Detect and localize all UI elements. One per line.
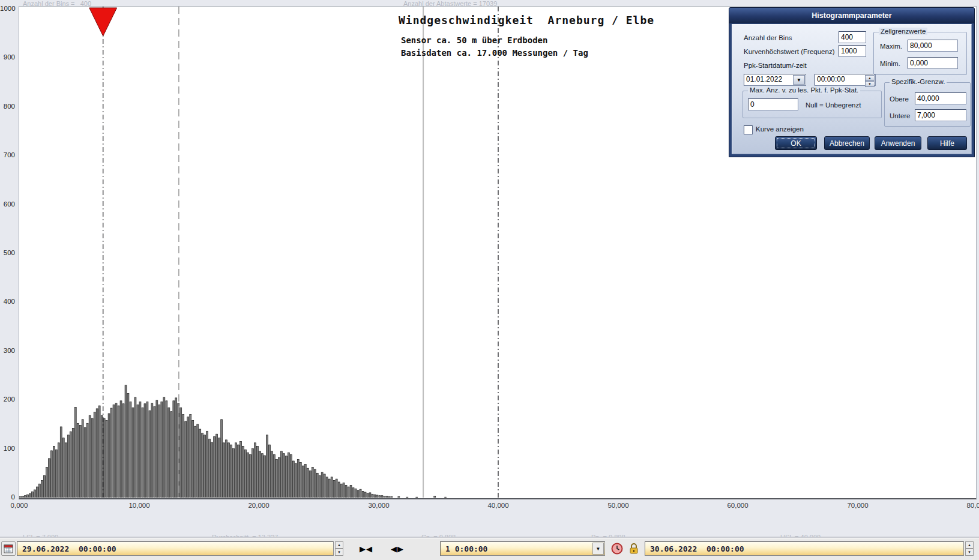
end-datetime-spinner[interactable]: ▲ ▼ bbox=[965, 541, 974, 556]
end-datetime-field[interactable]: 30.06.2022 00:00:00 bbox=[645, 541, 964, 556]
histogram-bar bbox=[139, 402, 141, 498]
lock-button[interactable] bbox=[627, 541, 641, 556]
dropdown-arrow-icon[interactable]: ▼ bbox=[592, 543, 604, 555]
histogram-bar bbox=[264, 456, 266, 498]
lower-limit-label: Untere bbox=[890, 112, 911, 119]
minim-input[interactable] bbox=[908, 57, 958, 69]
histogram-bar bbox=[364, 492, 366, 498]
cell-limits-group: Zellgrenzwerte Maxim. Minim. bbox=[873, 32, 967, 75]
histogram-bar bbox=[388, 496, 390, 498]
histogram-bar bbox=[216, 434, 218, 498]
histogram-bar bbox=[379, 496, 381, 498]
help-button[interactable]: Hilfe bbox=[927, 136, 967, 150]
histogram-bar bbox=[50, 451, 52, 498]
histogram-bar bbox=[218, 438, 220, 498]
start-datetime-value: 29.06.2022 00:00:00 bbox=[22, 544, 116, 553]
histogram-bar bbox=[84, 428, 86, 498]
histogram-bar bbox=[118, 406, 119, 498]
ppk-date-value: 01.01.2022 bbox=[746, 75, 782, 83]
histogram-bar bbox=[163, 397, 165, 498]
histogram-bar bbox=[132, 408, 134, 498]
histogram-bar bbox=[276, 460, 277, 498]
histogram-bar bbox=[374, 495, 376, 498]
interval-combobox[interactable]: 1 0:00:00 ▼ bbox=[440, 541, 605, 556]
time-spinner[interactable]: ▲ ▼ bbox=[865, 75, 875, 85]
max-points-hint: Null = Unbegrenzt bbox=[806, 101, 861, 109]
cancel-button[interactable]: Abbrechen bbox=[824, 136, 870, 150]
histogram-bar bbox=[288, 453, 289, 498]
histogram-bar bbox=[290, 454, 292, 498]
calendar-button[interactable] bbox=[1, 541, 16, 556]
histogram-bar bbox=[77, 423, 79, 498]
histogram-bar bbox=[120, 401, 122, 498]
max-points-input[interactable] bbox=[748, 98, 798, 110]
histogram-bar bbox=[43, 475, 45, 498]
show-curve-checkbox[interactable] bbox=[744, 125, 753, 134]
histogram-bar bbox=[202, 433, 203, 498]
dropdown-arrow-icon[interactable]: ▼ bbox=[793, 75, 805, 85]
histogram-bar bbox=[350, 486, 352, 498]
histogram-bar bbox=[278, 457, 280, 498]
x-tick-label: 60,000 bbox=[720, 502, 756, 509]
expand-range-button[interactable]: ◀▶ bbox=[384, 541, 411, 556]
histogram-bar bbox=[127, 394, 129, 498]
histogram-bar bbox=[352, 488, 354, 498]
histogram-bar bbox=[180, 408, 182, 498]
histogram-bar bbox=[309, 471, 311, 498]
histogram-bar bbox=[31, 492, 33, 498]
histogram-bar bbox=[233, 449, 235, 498]
histogram-bar bbox=[168, 408, 170, 498]
spinner-up-icon[interactable]: ▲ bbox=[335, 541, 343, 549]
histogram-bar bbox=[36, 487, 38, 498]
spinner-down-icon[interactable]: ▼ bbox=[335, 549, 343, 556]
histogram-parameter-dialog: Histogrammparameter Anzahl der Bins Kurv… bbox=[729, 7, 975, 157]
histogram-bar bbox=[214, 436, 215, 498]
histogram-bar bbox=[74, 407, 76, 498]
chart-subtitle-basisdaten: Basisdaten ca. 17.000 Messungen / Tag bbox=[401, 48, 588, 58]
maxim-input[interactable] bbox=[908, 40, 958, 52]
histogram-bar bbox=[48, 459, 50, 498]
spinner-up-icon[interactable]: ▲ bbox=[865, 75, 875, 81]
apply-button[interactable]: Anwenden bbox=[875, 136, 921, 150]
histogram-bar bbox=[267, 435, 268, 498]
minim-label: Minim. bbox=[880, 60, 900, 67]
y-tick-label: 1000 bbox=[0, 5, 15, 12]
ppk-time-spinner-field[interactable]: 00:00:00 ▲ ▼ bbox=[815, 74, 876, 86]
histogram-bar bbox=[314, 469, 316, 498]
curve-max-input[interactable] bbox=[839, 45, 866, 57]
dialog-title-bar[interactable]: Histogrammparameter bbox=[729, 8, 974, 23]
histogram-bar bbox=[285, 456, 287, 498]
histogram-bar bbox=[273, 454, 275, 498]
histogram-bar bbox=[228, 443, 230, 498]
spinner-down-icon[interactable]: ▼ bbox=[865, 81, 875, 87]
upper-limit-input[interactable] bbox=[915, 92, 966, 104]
histogram-bar bbox=[125, 385, 127, 498]
histogram-bar bbox=[96, 409, 98, 498]
histogram-bar bbox=[262, 454, 264, 498]
histogram-bar bbox=[333, 481, 335, 498]
lower-limit-input[interactable] bbox=[915, 109, 966, 121]
ppk-date-combobox[interactable]: 01.01.2022 ▼ bbox=[744, 74, 806, 86]
histogram-bar bbox=[194, 426, 196, 498]
start-datetime-field[interactable]: 29.06.2022 00:00:00 bbox=[17, 541, 334, 556]
upper-limit-label: Obere bbox=[890, 95, 909, 103]
bins-input[interactable] bbox=[839, 31, 866, 43]
spinner-up-icon[interactable]: ▲ bbox=[965, 541, 974, 549]
histogram-bar bbox=[326, 477, 328, 498]
ok-button[interactable]: OK bbox=[775, 136, 817, 150]
histogram-bar bbox=[259, 451, 261, 498]
histogram-bar bbox=[376, 495, 378, 498]
histogram-bar bbox=[343, 483, 345, 498]
start-datetime-spinner[interactable]: ▲ ▼ bbox=[335, 541, 343, 556]
x-tick-label: 10,000 bbox=[121, 502, 157, 509]
clock-button[interactable] bbox=[610, 541, 624, 556]
histogram-bar bbox=[416, 497, 418, 498]
histogram-bar bbox=[386, 496, 388, 498]
snap-range-together-button[interactable]: ▶◀ bbox=[353, 541, 379, 556]
bins-label: Anzahl der Bins bbox=[744, 34, 792, 41]
histogram-bar bbox=[238, 445, 239, 498]
histogram-bar bbox=[391, 496, 393, 498]
spinner-down-icon[interactable]: ▼ bbox=[965, 549, 974, 556]
histogram-bar bbox=[27, 495, 29, 498]
histogram-bar bbox=[70, 432, 71, 498]
